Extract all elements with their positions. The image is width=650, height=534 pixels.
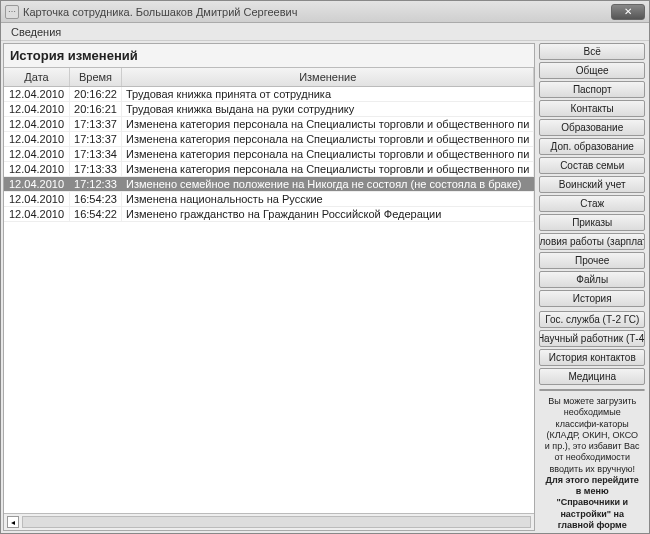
sidebar-button[interactable]: Общее bbox=[539, 62, 645, 79]
app-icon: ⋯ bbox=[5, 5, 19, 19]
table-row[interactable]: 12.04.201017:13:33Изменена категория пер… bbox=[4, 162, 534, 177]
table-footer: ◂ bbox=[4, 513, 534, 530]
cell-time: 17:12:33 bbox=[70, 177, 122, 191]
cell-time: 17:13:37 bbox=[70, 117, 122, 131]
info-text-bold: Для этого перейдите в меню "Справочники … bbox=[546, 475, 639, 531]
sidebar-button[interactable]: История контактов bbox=[539, 349, 645, 366]
table-row[interactable]: 12.04.201017:13:37Изменена категория пер… bbox=[4, 117, 534, 132]
titlebar: ⋯ Карточка сотрудника. Большаков Дмитрий… bbox=[1, 1, 649, 23]
sidebar-button[interactable]: Прочее bbox=[539, 252, 645, 269]
table-row[interactable]: 12.04.201016:54:23Изменена национальност… bbox=[4, 192, 534, 207]
table-row[interactable]: 12.04.201020:16:21Трудовая книжка выдана… bbox=[4, 102, 534, 117]
table-row[interactable]: 12.04.201016:54:22Изменено гражданство н… bbox=[4, 207, 534, 222]
window-title: Карточка сотрудника. Большаков Дмитрий С… bbox=[23, 6, 611, 18]
chevron-left-icon: ◂ bbox=[11, 518, 15, 527]
sidebar-button[interactable]: Состав семьи bbox=[539, 157, 645, 174]
col-header-change[interactable]: Изменение bbox=[122, 68, 534, 86]
panel-heading: История изменений bbox=[4, 44, 534, 67]
cell-change: Изменена категория персонала на Специали… bbox=[122, 162, 534, 176]
table-row[interactable]: 12.04.201020:16:22Трудовая книжка принят… bbox=[4, 87, 534, 102]
sidebar: ВсёОбщееПаспортКонтактыОбразованиеДоп. о… bbox=[539, 43, 647, 531]
cell-date: 12.04.2010 bbox=[4, 162, 70, 176]
employee-card-window: ⋯ Карточка сотрудника. Большаков Дмитрий… bbox=[0, 0, 650, 534]
menubar: Сведения bbox=[1, 23, 649, 41]
cell-date: 12.04.2010 bbox=[4, 147, 70, 161]
nav-prev-button[interactable]: ◂ bbox=[7, 516, 19, 528]
info-text-line1: Вы можете загрузить необходимые классифи… bbox=[545, 396, 640, 474]
table-body: 12.04.201020:16:22Трудовая книжка принят… bbox=[4, 87, 534, 513]
cell-date: 12.04.2010 bbox=[4, 117, 70, 131]
body: История изменений Дата Время Изменение 1… bbox=[1, 41, 649, 533]
close-icon: ✕ bbox=[624, 6, 632, 17]
cell-change: Изменена категория персонала на Специали… bbox=[122, 147, 534, 161]
cell-date: 12.04.2010 bbox=[4, 177, 70, 191]
col-header-time[interactable]: Время bbox=[70, 68, 122, 86]
info-text: Вы можете загрузить необходимые классифи… bbox=[539, 393, 645, 531]
close-button[interactable]: ✕ bbox=[611, 4, 645, 20]
sidebar-button[interactable]: Доп. образование bbox=[539, 138, 645, 155]
cell-change: Изменена категория персонала на Специали… bbox=[122, 132, 534, 146]
cell-change: Трудовая книжка выдана на руки сотрудник… bbox=[122, 102, 534, 116]
table-header: Дата Время Изменение bbox=[4, 67, 534, 87]
table-row[interactable]: 12.04.201017:13:37Изменена категория пер… bbox=[4, 132, 534, 147]
cell-date: 12.04.2010 bbox=[4, 207, 70, 221]
cell-time: 20:16:21 bbox=[70, 102, 122, 116]
cell-change: Изменено гражданство на Гражданин Россий… bbox=[122, 207, 534, 221]
table-row[interactable]: 12.04.201017:13:34Изменена категория пер… bbox=[4, 147, 534, 162]
cell-date: 12.04.2010 bbox=[4, 87, 70, 101]
sidebar-button[interactable]: Медицина bbox=[539, 368, 645, 385]
sidebar-button[interactable]: Всё bbox=[539, 43, 645, 60]
sidebar-button[interactable]: Приказы bbox=[539, 214, 645, 231]
horizontal-scrollbar[interactable] bbox=[22, 516, 531, 528]
cell-time: 17:13:33 bbox=[70, 162, 122, 176]
cell-date: 12.04.2010 bbox=[4, 102, 70, 116]
cell-time: 16:54:23 bbox=[70, 192, 122, 206]
cell-time: 17:13:37 bbox=[70, 132, 122, 146]
cell-date: 12.04.2010 bbox=[4, 192, 70, 206]
cell-change: Трудовая книжка принята от сотрудника bbox=[122, 87, 534, 101]
sidebar-button[interactable]: История bbox=[539, 290, 645, 307]
sidebar-button[interactable]: Паспорт bbox=[539, 81, 645, 98]
sidebar-button[interactable]: Стаж bbox=[539, 195, 645, 212]
sidebar-button[interactable]: Файлы bbox=[539, 271, 645, 288]
sidebar-button[interactable]: Образование bbox=[539, 119, 645, 136]
cell-change: Изменена национальность на Русские bbox=[122, 192, 534, 206]
history-panel: История изменений Дата Время Изменение 1… bbox=[3, 43, 535, 531]
sidebar-button[interactable]: Условия работы (зарплата) bbox=[539, 233, 645, 250]
sidebar-button[interactable]: Гос. служба (Т-2 ГС) bbox=[539, 311, 645, 328]
cell-date: 12.04.2010 bbox=[4, 132, 70, 146]
cell-change: Изменена категория персонала на Специали… bbox=[122, 117, 534, 131]
cell-time: 20:16:22 bbox=[70, 87, 122, 101]
sidebar-button[interactable]: Научный работник (Т-4) bbox=[539, 330, 645, 347]
sidebar-group-extra: Гос. служба (Т-2 ГС)Научный работник (Т-… bbox=[539, 311, 645, 385]
cell-change: Изменено семейное положение на Никогда н… bbox=[122, 177, 534, 191]
sidebar-group-main: ВсёОбщееПаспортКонтактыОбразованиеДоп. о… bbox=[539, 43, 645, 307]
sidebar-button[interactable]: Контакты bbox=[539, 100, 645, 117]
cell-time: 16:54:22 bbox=[70, 207, 122, 221]
col-header-date[interactable]: Дата bbox=[4, 68, 70, 86]
sidebar-button[interactable]: Воинский учет bbox=[539, 176, 645, 193]
table-row[interactable]: 12.04.201017:12:33Изменено семейное поло… bbox=[4, 177, 534, 192]
cell-time: 17:13:34 bbox=[70, 147, 122, 161]
print-t2-button[interactable]: Печать Т-2 (Т-2 ГС, Т-4) bbox=[539, 389, 645, 391]
menu-item-info[interactable]: Сведения bbox=[7, 25, 65, 39]
